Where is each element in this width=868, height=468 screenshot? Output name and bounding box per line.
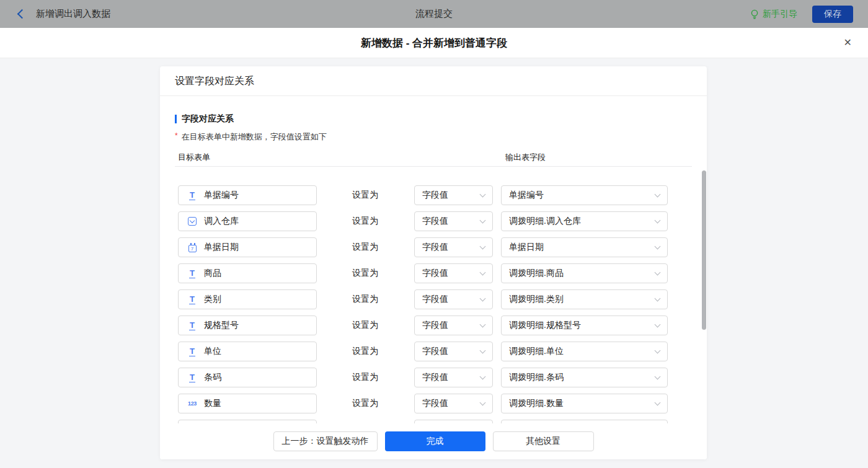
- value-mode-select[interactable]: 字段值: [414, 368, 493, 387]
- chevron-down-icon: [480, 399, 486, 405]
- value-mode-select[interactable]: 字段值: [414, 316, 493, 335]
- save-button[interactable]: 保存: [812, 6, 853, 23]
- value-mode-select[interactable]: 字段值: [414, 289, 493, 309]
- back-icon[interactable]: [17, 9, 27, 19]
- target-field-box[interactable]: T 商品: [178, 263, 317, 283]
- value-mode-select[interactable]: 字段值: [414, 342, 493, 361]
- field-mapping-row: T 条码 设置为 字段值 调拨明细.条码: [175, 368, 692, 387]
- done-button[interactable]: 完成: [385, 431, 485, 451]
- date-field-icon: 7: [188, 245, 197, 252]
- required-asterisk: *: [175, 131, 178, 141]
- previous-step-button[interactable]: 上一步：设置触发动作: [273, 431, 378, 451]
- newbie-guide-link[interactable]: 新手引导: [750, 9, 797, 20]
- target-field-label: 单位: [204, 346, 221, 357]
- output-field-label: 调拨明细.条码: [509, 372, 564, 383]
- text-field-icon: T: [189, 347, 195, 356]
- output-field-select[interactable]: 调拨明细.数量: [501, 394, 668, 413]
- dialog-header: 新增数据 - 合并新增到普通字段 ✕: [0, 28, 868, 58]
- output-field-select[interactable]: 调拨明细.商品: [501, 263, 668, 283]
- output-field-select[interactable]: 调拨明细.调入仓库: [501, 211, 668, 231]
- field-type-icon-slot: T: [186, 295, 198, 304]
- target-field-box[interactable]: 7 单据日期: [178, 237, 317, 257]
- text-field-icon: T: [189, 321, 195, 330]
- chevron-down-icon: [655, 321, 661, 327]
- field-mapping-row: T 类别 设置为 字段值 调拨明细.类别: [175, 289, 692, 309]
- select-field-icon: [188, 217, 197, 226]
- output-field-select[interactable]: 调拨明细.条码: [501, 368, 668, 387]
- value-mode-select[interactable]: 字段值: [414, 185, 493, 205]
- target-field-box[interactable]: 123 数量: [178, 394, 317, 413]
- target-field-label: 单据日期: [204, 242, 239, 253]
- card-footer: 上一步：设置触发动作 完成 其他设置: [160, 423, 707, 459]
- output-field-select[interactable]: 调拨明细.类别: [501, 289, 668, 309]
- target-field-label: 商品: [204, 268, 221, 279]
- target-field-box[interactable]: T 条码: [178, 368, 317, 387]
- mapping-rows-list: T 单据编号 设置为 字段值 单据编号 调入仓库 设置为 字段值 调拨明细.调入…: [175, 167, 692, 423]
- value-mode-select[interactable]: 字段值: [414, 211, 493, 231]
- output-field-label: 调拨明细.规格型号: [509, 320, 581, 331]
- output-field-select[interactable]: 调拨明细.规格型号: [501, 316, 668, 335]
- chevron-down-icon: [655, 217, 661, 223]
- chevron-down-icon: [655, 269, 661, 275]
- chevron-down-icon: [655, 347, 661, 353]
- other-settings-button[interactable]: 其他设置: [493, 431, 594, 451]
- field-mapping-row: 7 单据日期 设置为 字段值 单据日期: [175, 237, 692, 257]
- set-as-label: 设置为: [352, 398, 378, 409]
- target-field-box[interactable]: 调入仓库: [178, 211, 317, 231]
- chevron-down-icon: [480, 191, 486, 197]
- scrollbar[interactable]: [702, 170, 706, 330]
- target-field-label: 规格型号: [204, 320, 239, 331]
- output-field-select[interactable]: 调拨明细.单位: [501, 342, 668, 361]
- field-type-icon-slot: [186, 217, 198, 226]
- output-field-select[interactable]: 单据日期: [501, 237, 668, 257]
- field-mapping-row: T 单据编号 设置为 字段值 单据编号: [175, 185, 692, 205]
- value-mode-label: 字段值: [422, 216, 448, 227]
- chevron-down-icon: [480, 295, 486, 301]
- card-title: 设置字段对应关系: [160, 66, 707, 96]
- field-mapping-card: 设置字段对应关系 字段对应关系 * 在目标表单中新增数据，字段值设置如下 目标表…: [160, 66, 707, 459]
- close-icon[interactable]: ✕: [844, 38, 852, 48]
- topbar: 新增调出调入数据 流程提交 新手引导 保存: [0, 0, 868, 28]
- value-mode-label: 字段值: [422, 398, 448, 409]
- value-mode-label: 字段值: [422, 294, 448, 305]
- guide-bulb-icon: [750, 9, 759, 19]
- field-type-icon-slot: T: [186, 347, 198, 356]
- output-field-label: 调拨明细.数量: [509, 398, 564, 409]
- set-as-label: 设置为: [352, 242, 378, 253]
- set-as-label: 设置为: [352, 372, 378, 383]
- chevron-down-icon: [480, 373, 486, 379]
- value-mode-label: 字段值: [422, 346, 448, 357]
- field-type-icon-slot: 7: [186, 243, 198, 252]
- output-field-label: 调拨明细.类别: [509, 294, 564, 305]
- output-field-select[interactable]: 单据编号: [501, 185, 668, 205]
- card-body: 字段对应关系 * 在目标表单中新增数据，字段值设置如下 目标表单 输出表字段 T…: [160, 96, 707, 423]
- target-field-label: 单据编号: [204, 190, 239, 201]
- target-field-box[interactable]: T 规格型号: [178, 316, 317, 335]
- value-mode-select[interactable]: 字段值: [414, 237, 493, 257]
- field-type-icon-slot: 123: [186, 400, 198, 407]
- section-accent-bar: [175, 115, 177, 123]
- target-field-box[interactable]: T 单位: [178, 342, 317, 361]
- chevron-down-icon: [480, 321, 486, 327]
- section-title: 字段对应关系: [175, 113, 692, 125]
- column-headers: 目标表单 输出表字段: [175, 152, 692, 163]
- field-type-icon-slot: T: [186, 373, 198, 382]
- output-field-label: 调拨明细.调入仓库: [509, 216, 581, 227]
- note-text: 在目标表单中新增数据，字段值设置如下: [182, 131, 327, 143]
- chevron-down-icon: [480, 243, 486, 249]
- topbar-actions: 新手引导 保存: [750, 6, 853, 23]
- set-as-label: 设置为: [352, 190, 378, 201]
- section-note: * 在目标表单中新增数据，字段值设置如下: [175, 131, 692, 143]
- target-field-box[interactable]: T 类别: [178, 289, 317, 309]
- text-field-icon: T: [189, 373, 195, 382]
- value-mode-label: 字段值: [422, 268, 448, 279]
- value-mode-label: 字段值: [422, 190, 448, 201]
- field-type-icon-slot: T: [186, 321, 198, 330]
- chevron-down-icon: [655, 191, 661, 197]
- back-group[interactable]: 新增调出调入数据: [19, 8, 110, 20]
- number-field-icon: 123: [188, 400, 197, 407]
- value-mode-select[interactable]: 字段值: [414, 263, 493, 283]
- value-mode-select[interactable]: 字段值: [414, 394, 493, 413]
- target-field-box[interactable]: T 单据编号: [178, 185, 317, 205]
- field-type-icon-slot: T: [186, 191, 198, 200]
